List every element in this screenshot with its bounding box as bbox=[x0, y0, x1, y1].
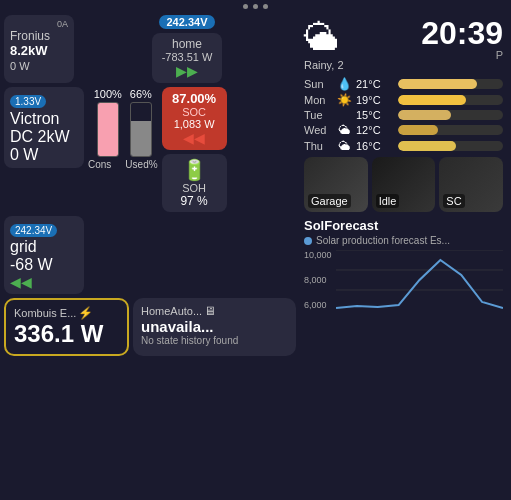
camera-idle-label: Idle bbox=[376, 194, 400, 208]
camera-garage-label: Garage bbox=[308, 194, 351, 208]
fronius-value: 8.2kW bbox=[10, 43, 68, 58]
forecast-bar bbox=[398, 141, 503, 151]
camera-sc[interactable]: SC bbox=[439, 157, 503, 212]
forecast-icon: 💧 bbox=[336, 77, 352, 91]
fronius-top-icon: 0A bbox=[10, 19, 68, 29]
top-row: 0A Fronius 8.2kW 0 W 242.34V home -783.5… bbox=[4, 15, 296, 83]
lightning-icon: ⚡ bbox=[78, 306, 93, 320]
battery-icon: 🔋 bbox=[170, 158, 219, 182]
cons-label: Cons bbox=[88, 159, 111, 170]
victron-label: Victron bbox=[10, 110, 78, 128]
grid-label: grid bbox=[10, 238, 78, 256]
home-card[interactable]: home -783.51 W ▶▶ bbox=[152, 33, 223, 83]
fronius-card[interactable]: 0A Fronius 8.2kW 0 W bbox=[4, 15, 74, 83]
cons-bar: 100% bbox=[94, 88, 122, 157]
forecast-temp: 19°C bbox=[356, 94, 394, 106]
fronius-label: Fronius bbox=[10, 29, 68, 43]
grid-small: -68 W bbox=[10, 256, 78, 274]
center-voltage: 242.34V bbox=[159, 15, 216, 29]
forecast-row: Tue 15°C bbox=[304, 109, 503, 121]
victron-voltage: 1.33V bbox=[10, 95, 46, 108]
kombuis-card[interactable]: Kombuis E... ⚡ 336.1 W bbox=[4, 298, 129, 356]
kombuis-value: 336.1 W bbox=[14, 320, 119, 348]
bar-labels: Cons Used% bbox=[88, 159, 158, 170]
time-display: 20:39 bbox=[421, 17, 503, 49]
soh-card[interactable]: 🔋 SOH 97 % bbox=[162, 154, 227, 212]
chart-label-2: 8,000 bbox=[304, 275, 332, 285]
camera-garage[interactable]: Garage bbox=[304, 157, 368, 212]
sol-sub: Solar production forecast Es... bbox=[304, 235, 503, 246]
forecast-bar-fill bbox=[398, 110, 451, 120]
grid-card[interactable]: 242.34V grid -68 W ◀◀ bbox=[4, 216, 84, 294]
soc-label: SOC bbox=[170, 106, 219, 118]
victron-small: 0 W bbox=[10, 146, 78, 164]
cons-bar-outer bbox=[97, 102, 119, 157]
used-bar-fill bbox=[131, 121, 151, 156]
forecast-temp: 15°C bbox=[356, 109, 394, 121]
forecast-bar bbox=[398, 95, 503, 105]
soc-card[interactable]: 87.00% SOC 1,083 W ◀◀ bbox=[162, 87, 227, 150]
forecast-row: Wed 🌥 12°C bbox=[304, 123, 503, 137]
sol-dot bbox=[304, 237, 312, 245]
forecast-temp: 21°C bbox=[356, 78, 394, 90]
right-panel: 🌥 Rainy, 2 20:39 P Sun 💧 21°C Mon ☀️ 19°… bbox=[300, 11, 511, 500]
forecast-bar bbox=[398, 125, 503, 135]
chart-labels: 10,000 8,000 6,000 bbox=[304, 250, 332, 310]
top-bar bbox=[0, 0, 511, 11]
arrow-right-icon: ▶▶ bbox=[162, 63, 213, 79]
sol-title: SolForecast bbox=[304, 218, 503, 233]
forecast-bar-fill bbox=[398, 95, 466, 105]
forecast-day: Sun bbox=[304, 78, 332, 90]
kombuis-label: Kombuis E... ⚡ bbox=[14, 306, 119, 320]
camera-row: Garage Idle SC bbox=[300, 157, 507, 212]
dots-indicator bbox=[243, 4, 268, 9]
kombuis-row: Kombuis E... ⚡ 336.1 W HomeAuto... 🖥 una… bbox=[4, 298, 296, 356]
chart-area: 10,000 8,000 6,000 bbox=[304, 250, 503, 310]
time-area: 20:39 P bbox=[421, 17, 503, 61]
camera-idle[interactable]: Idle bbox=[372, 157, 436, 212]
victron-card[interactable]: 1.33V Victron DC 2kW 0 W bbox=[4, 87, 84, 168]
used-bar-outer bbox=[130, 102, 152, 157]
chart-label-3: 6,000 bbox=[304, 300, 332, 310]
soc-watts: 1,083 W bbox=[170, 118, 219, 130]
camera-sc-label: SC bbox=[443, 194, 464, 208]
forecast-temp: 12°C bbox=[356, 124, 394, 136]
homeauto-sub: No state history found bbox=[141, 335, 288, 346]
used-label: Used% bbox=[125, 159, 157, 170]
forecast-icon: 🌥 bbox=[336, 139, 352, 153]
weather-icon: 🌥 bbox=[304, 17, 344, 59]
forecast-icon: 🌥 bbox=[336, 123, 352, 137]
forecast-table: Sun 💧 21°C Mon ☀️ 19°C Tue 15°C Wed 🌥 12… bbox=[300, 77, 507, 153]
cons-bar-fill bbox=[98, 103, 118, 156]
soh-label: SOH bbox=[170, 182, 219, 194]
condition-text: Rainy, 2 bbox=[304, 59, 344, 71]
forecast-bar-fill bbox=[398, 141, 456, 151]
used-pct: 66% bbox=[130, 88, 152, 100]
soc-soh-col: 87.00% SOC 1,083 W ◀◀ 🔋 SOH 97 % bbox=[162, 87, 227, 212]
weather-header: 🌥 Rainy, 2 20:39 P bbox=[300, 15, 507, 73]
forecast-day: Mon bbox=[304, 94, 332, 106]
grid-voltage: 242.34V bbox=[10, 224, 57, 237]
soh-value: 97 % bbox=[170, 194, 219, 208]
chart-label-1: 10,000 bbox=[304, 250, 332, 260]
used-bar: 66% bbox=[130, 88, 152, 157]
home-label: home bbox=[162, 37, 213, 51]
weather-area: 🌥 Rainy, 2 bbox=[304, 17, 344, 71]
homeauto-icon: 🖥 bbox=[204, 304, 216, 318]
main-area: 0A Fronius 8.2kW 0 W 242.34V home -783.5… bbox=[0, 11, 511, 500]
soc-pct: 87.00% bbox=[170, 91, 219, 106]
forecast-icon: ☀️ bbox=[336, 93, 352, 107]
home-value: -783.51 W bbox=[162, 51, 213, 63]
forecast-bar-fill bbox=[398, 79, 477, 89]
sol-forecast-section: SolForecast Solar production forecast Es… bbox=[300, 216, 507, 496]
forecast-bar bbox=[398, 110, 503, 120]
homeauto-card[interactable]: HomeAuto... 🖥 unavaila... No state histo… bbox=[133, 298, 296, 356]
forecast-day: Wed bbox=[304, 124, 332, 136]
forecast-day: Tue bbox=[304, 109, 332, 121]
homeauto-value: unavaila... bbox=[141, 318, 288, 335]
cons-pct: 100% bbox=[94, 88, 122, 100]
forecast-temp: 16°C bbox=[356, 140, 394, 152]
bot-row: 242.34V grid -68 W ◀◀ bbox=[4, 216, 296, 294]
sol-sub-text: Solar production forecast Es... bbox=[316, 235, 450, 246]
homeauto-label: HomeAuto... 🖥 bbox=[141, 304, 288, 318]
